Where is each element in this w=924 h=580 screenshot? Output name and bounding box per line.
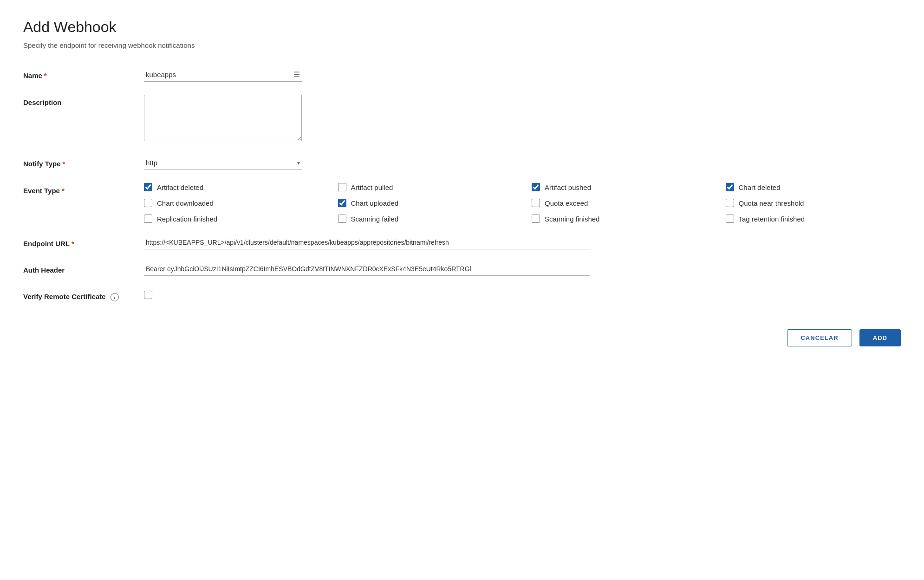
checkbox-tag-retention-finished[interactable] [726, 215, 734, 223]
cancel-button[interactable]: CANCELAR [787, 329, 852, 346]
checkbox-replication-finished[interactable] [144, 215, 152, 223]
notify-type-required-star: * [63, 160, 65, 168]
checkbox-scanning-finished[interactable] [532, 215, 540, 223]
add-button[interactable]: ADD [859, 329, 901, 346]
label-artifact-deleted[interactable]: Artifact deleted [157, 183, 203, 191]
event-type-grid: Artifact deleted Artifact pulled Artifac… [144, 183, 901, 223]
endpoint-url-input[interactable] [144, 236, 590, 249]
checkbox-chart-deleted[interactable] [726, 183, 734, 191]
event-quota-exceed: Quota exceed [532, 199, 707, 207]
label-quota-near-threshold[interactable]: Quota near threshold [739, 199, 804, 207]
event-scanning-finished: Scanning finished [532, 215, 707, 223]
event-type-label: Event Type* [23, 183, 144, 195]
label-quota-exceed[interactable]: Quota exceed [545, 199, 588, 207]
label-chart-downloaded[interactable]: Chart downloaded [157, 199, 214, 207]
page-subtitle: Specify the endpoint for receiving webho… [23, 41, 901, 49]
label-replication-finished[interactable]: Replication finished [157, 215, 217, 223]
auth-header-input[interactable] [144, 262, 590, 276]
info-icon: i [111, 293, 119, 301]
event-artifact-deleted: Artifact deleted [144, 183, 319, 191]
event-type-required-star: * [62, 187, 65, 195]
page-title: Add Webhook [23, 19, 901, 36]
endpoint-url-label: Endpoint URL* [23, 236, 144, 248]
event-chart-uploaded: Chart uploaded [338, 199, 514, 207]
checkbox-chart-downloaded[interactable] [144, 199, 152, 207]
name-field-icon: ☰ [292, 68, 302, 81]
event-artifact-pulled: Artifact pulled [338, 183, 514, 191]
checkbox-chart-uploaded[interactable] [338, 199, 346, 207]
notify-type-select-wrapper: http slack ▾ [144, 156, 302, 170]
event-chart-downloaded: Chart downloaded [144, 199, 319, 207]
checkbox-quota-near-threshold[interactable] [726, 199, 734, 207]
label-artifact-pushed[interactable]: Artifact pushed [545, 183, 591, 191]
auth-header-label: Auth Header [23, 262, 144, 274]
event-quota-near-threshold: Quota near threshold [726, 199, 901, 207]
verify-cert-label: Verify Remote Certificate i [23, 289, 144, 301]
label-scanning-failed[interactable]: Scanning failed [351, 215, 399, 223]
chevron-down-icon: ▾ [295, 158, 302, 168]
checkbox-artifact-pushed[interactable] [532, 183, 540, 191]
event-tag-retention-finished: Tag retention finished [726, 215, 901, 223]
label-artifact-pulled[interactable]: Artifact pulled [351, 183, 393, 191]
label-scanning-finished[interactable]: Scanning finished [545, 215, 599, 223]
event-artifact-pushed: Artifact pushed [532, 183, 707, 191]
checkbox-artifact-deleted[interactable] [144, 183, 152, 191]
event-chart-deleted: Chart deleted [726, 183, 901, 191]
name-input-wrapper: ☰ [144, 68, 302, 82]
event-scanning-failed: Scanning failed [338, 215, 514, 223]
name-input[interactable] [144, 68, 292, 81]
label-chart-deleted[interactable]: Chart deleted [739, 183, 781, 191]
description-input[interactable] [144, 95, 302, 141]
label-tag-retention-finished[interactable]: Tag retention finished [739, 215, 805, 223]
notify-type-label: Notify Type* [23, 156, 144, 168]
description-label: Description [23, 95, 144, 106]
notify-type-select[interactable]: http slack [144, 156, 295, 169]
event-replication-finished: Replication finished [144, 215, 319, 223]
endpoint-url-required-star: * [72, 240, 74, 248]
checkbox-scanning-failed[interactable] [338, 215, 346, 223]
label-chart-uploaded[interactable]: Chart uploaded [351, 199, 399, 207]
checkbox-quota-exceed[interactable] [532, 199, 540, 207]
name-required-star: * [44, 72, 47, 79]
name-label: Name* [23, 68, 144, 79]
checkbox-artifact-pulled[interactable] [338, 183, 346, 191]
verify-cert-checkbox[interactable] [144, 291, 152, 299]
button-row: CANCELAR ADD [23, 329, 901, 346]
